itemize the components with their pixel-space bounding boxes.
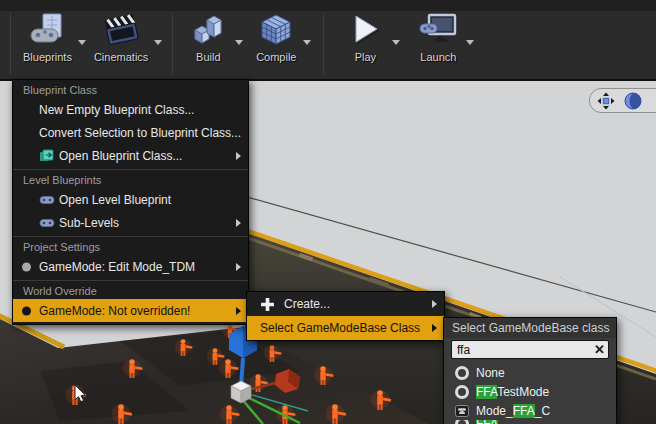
unreal-editor-window: Blueprints Cinematics: [0, 0, 656, 424]
compile-icon: [255, 13, 297, 49]
launch-icon: [416, 13, 460, 49]
cinematics-icon: [100, 13, 142, 49]
toolbar-button-label: Compile: [256, 51, 296, 63]
menu-item-convert-selection[interactable]: Convert Selection to Blueprint Class...: [13, 121, 248, 144]
class-search-input[interactable]: [452, 343, 591, 357]
menu-section-header: Blueprint Class: [13, 82, 248, 98]
orbit-icon[interactable]: [624, 92, 642, 110]
blueprint-asset-icon: [455, 405, 469, 417]
toolbar-button-label: Build: [196, 51, 220, 63]
submenu-arrow-icon: [236, 219, 241, 227]
menu-item-label: GameMode: Edit Mode_TDM: [39, 260, 195, 274]
build-dropdown-caret[interactable]: [235, 40, 243, 45]
viewport-nav-controls: [589, 88, 656, 113]
gamemode-submenu: Create... Select GameModeBase Class: [246, 291, 445, 341]
play-dropdown-caret[interactable]: [392, 40, 400, 45]
blueprints-icon: [26, 13, 68, 49]
toolbar-button-label: Cinematics: [94, 51, 148, 63]
main-toolbar: Blueprints Cinematics: [0, 0, 656, 81]
menu-separator: [13, 169, 248, 170]
menu-item-gamemode-not-overridden[interactable]: GameMode: Not overridden!: [13, 299, 248, 322]
mouse-cursor: [74, 384, 88, 403]
menu-separator: [13, 280, 248, 281]
menu-item-label: New Empty Blueprint Class...: [39, 103, 194, 117]
toolbar-button-build[interactable]: Build: [187, 13, 229, 63]
toolbar-button-label: Blueprints: [23, 51, 72, 63]
submenu-arrow-icon: [236, 263, 241, 271]
toolbar-button-blueprints[interactable]: Blueprints: [23, 13, 72, 63]
submenu-item-label: Select GameModeBase Class: [260, 321, 420, 335]
blueprint-class-icon: [39, 149, 59, 163]
launch-dropdown-caret[interactable]: [466, 40, 474, 45]
toolbar-button-cinematics[interactable]: Cinematics: [94, 13, 148, 63]
toolbar-button-label: Play: [355, 51, 376, 63]
submenu-arrow-icon: [432, 300, 437, 308]
toolbar-button-label: Launch: [420, 51, 456, 63]
submenu-item-select-gamemodebase[interactable]: Select GameModeBase Class: [247, 316, 444, 340]
level-blueprint-icon: [39, 217, 59, 229]
menu-item-label: Sub-Levels: [59, 216, 119, 230]
toolbar-button-compile[interactable]: Compile: [255, 13, 297, 63]
menu-item-label: Open Blueprint Class...: [59, 149, 182, 163]
menu-item-label: Open Level Blueprint: [59, 193, 171, 207]
level-blueprint-icon: [39, 194, 59, 206]
menu-separator: [13, 236, 248, 237]
menu-item-sub-levels[interactable]: Sub-Levels: [13, 211, 248, 234]
submenu-item-label: Create...: [284, 297, 330, 311]
toolbar-separator: [10, 13, 11, 75]
class-option-ffatestmode[interactable]: FFATestMode: [444, 382, 616, 401]
build-icon: [187, 13, 229, 49]
menu-item-open-blueprint-class[interactable]: Open Blueprint Class...: [13, 144, 248, 167]
pan-icon[interactable]: [597, 92, 615, 110]
menu-section-header: Project Settings: [13, 239, 248, 255]
radio-icon: [455, 366, 469, 380]
class-option-none[interactable]: None: [444, 363, 616, 382]
toolbar-button-play[interactable]: Play: [344, 13, 386, 63]
plus-icon: [260, 297, 284, 312]
menu-item-gamemode-edit[interactable]: GameMode: Edit Mode_TDM: [13, 255, 248, 278]
class-option-partial[interactable]: FFA: [444, 420, 616, 424]
toolbar-button-launch[interactable]: Launch: [416, 13, 460, 63]
radio-icon: [455, 420, 469, 424]
gamemodebase-class-picker: Select GameModeBase class ✕ None FFATest…: [443, 317, 617, 424]
submenu-item-create[interactable]: Create...: [247, 292, 444, 316]
class-search-box: ✕: [451, 340, 609, 359]
play-icon: [344, 13, 386, 49]
menu-section-header: World Override: [13, 283, 248, 299]
menu-item-label: Convert Selection to Blueprint Class...: [39, 126, 241, 140]
class-option-mode-ffa-c[interactable]: Mode_FFA_C: [444, 401, 616, 420]
menu-item-new-empty-blueprint-class[interactable]: New Empty Blueprint Class...: [13, 98, 248, 121]
blueprints-dropdown-caret[interactable]: [78, 40, 86, 45]
compile-dropdown-caret[interactable]: [303, 40, 311, 45]
menu-item-label: GameMode: Not overridden!: [39, 304, 190, 318]
menu-item-open-level-blueprint[interactable]: Open Level Blueprint: [13, 188, 248, 211]
blueprints-menu: Blueprint Class New Empty Blueprint Clas…: [12, 79, 249, 325]
menu-section-header: Level Blueprints: [13, 172, 248, 188]
submenu-arrow-icon: [236, 152, 241, 160]
toolbar-separator: [172, 13, 173, 75]
submenu-arrow-icon: [236, 307, 241, 315]
cinematics-dropdown-caret[interactable]: [154, 40, 162, 45]
toolbar-separator: [323, 13, 324, 75]
clear-search-icon[interactable]: ✕: [591, 342, 608, 357]
submenu-arrow-icon: [432, 324, 437, 332]
radio-icon: [455, 385, 469, 399]
picker-title: Select GameModeBase class: [444, 318, 616, 338]
